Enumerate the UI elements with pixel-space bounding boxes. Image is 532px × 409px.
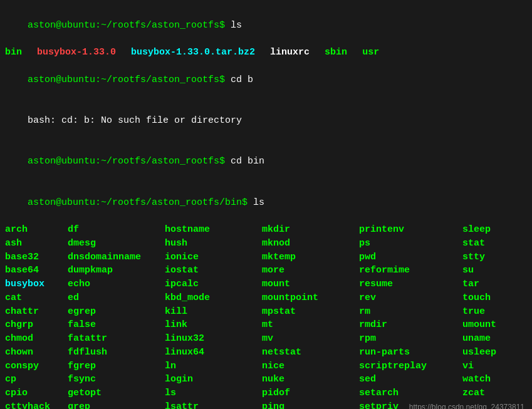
ls-item: chgrp <box>5 318 68 332</box>
ls-item: grep <box>68 400 165 409</box>
ls-item: fdflush <box>68 346 165 360</box>
ls-item: hush <box>165 237 262 251</box>
cmd-3: cd bin <box>225 156 264 167</box>
ls-item: getopt <box>68 386 165 400</box>
ls-top-sbin: sbin <box>325 46 347 60</box>
ls-item: resume <box>359 277 462 291</box>
ls-item-busybox: busybox <box>5 277 68 291</box>
ls-item: base64 <box>5 264 68 277</box>
ls-item: chown <box>5 346 68 360</box>
ls-item: linux64 <box>165 346 262 360</box>
ls-item: uname <box>462 332 525 346</box>
ls-item: mountpoint <box>262 291 359 305</box>
ls-item: cttyhack <box>5 400 68 409</box>
ls-item: touch <box>462 291 525 305</box>
ls-item: link <box>165 318 262 332</box>
ls-item: ipcalc <box>165 277 262 291</box>
ls-top-busybox: busybox-1.33.0 <box>37 46 116 60</box>
prompt-2: aston@ubuntu:~/rootfs/aston_rootfs$ <box>28 75 225 85</box>
ls-item: rev <box>359 291 462 305</box>
ls-item: fgrep <box>68 360 165 373</box>
ls-item: tar <box>462 277 525 291</box>
ls-item: rpm <box>359 332 462 346</box>
prompt-3: aston@ubuntu:~/rootfs/aston_rootfs$ <box>28 156 225 167</box>
ls-item: mkdir <box>262 223 359 237</box>
ls-item: fsync <box>68 373 165 386</box>
ls-item: umount <box>462 318 525 332</box>
ls-item: vi <box>462 360 525 373</box>
ls-item: nuke <box>262 373 359 386</box>
ls-item: ln <box>165 360 262 373</box>
ls-item: printenv <box>359 223 462 237</box>
ls-item: kill <box>165 305 262 319</box>
ls-item: echo <box>68 277 165 291</box>
ls-item: arch <box>5 223 68 237</box>
ls-item: df <box>68 223 165 237</box>
prompt-line-3: aston@ubuntu:~/rootfs/aston_rootfs$ cd b… <box>5 142 527 182</box>
ls-item: ls <box>165 386 262 400</box>
ls-item: run-parts <box>359 346 462 360</box>
ls-item: rm <box>359 305 462 319</box>
ls-item: base32 <box>5 251 68 264</box>
ls-item: cat <box>5 291 68 305</box>
ls-item: mknod <box>262 237 359 251</box>
ls-item: more <box>262 264 359 277</box>
ls-item: setarch <box>359 386 462 400</box>
ls-top-busybox-tar: busybox-1.33.0.tar.bz2 <box>131 46 255 60</box>
ls-item: mpstat <box>262 305 359 319</box>
ls-item: hostname <box>165 223 262 237</box>
ls-item: reformime <box>359 264 462 277</box>
ls-item: mv <box>262 332 359 346</box>
ls-item: mktemp <box>262 251 359 264</box>
error-text: bash: cd: b: No such file or directory <box>28 115 242 126</box>
ls-item: ps <box>359 237 462 251</box>
ls-item: mt <box>262 318 359 332</box>
ls-item: sed <box>359 373 462 386</box>
ls-item: conspy <box>5 360 68 373</box>
prompt-line-4: aston@ubuntu:~/rootfs/aston_rootfs/bin$ … <box>5 182 527 223</box>
ls-item: su <box>462 264 525 277</box>
ls-item: stat <box>462 237 525 251</box>
prompt-1: aston@ubuntu:~/rootfs/aston_rootfs$ <box>28 20 225 31</box>
ls-item: scriptreplay <box>359 360 462 373</box>
ls-item: pidof <box>262 386 359 400</box>
ls-item: chmod <box>5 332 68 346</box>
ls-item: dnsdomainname <box>68 251 165 264</box>
ls-top-usr: usr <box>362 46 379 60</box>
ls-item: login <box>165 373 262 386</box>
ls-item: true <box>462 305 525 319</box>
ls-item: sleep <box>462 223 525 237</box>
cmd-4: ls <box>248 197 264 208</box>
terminal: aston@ubuntu:~/rootfs/aston_rootfs$ ls b… <box>5 5 527 409</box>
ls-item: usleep <box>462 346 525 360</box>
ls-item: iostat <box>165 264 262 277</box>
ls-item: pwd <box>359 251 462 264</box>
ls-top-linuxrc: linuxrc <box>270 46 310 60</box>
watermark: https://blog.csdn.net/qq_24373811 <box>409 403 524 409</box>
ls-item-mount: mount <box>262 277 359 291</box>
ls-item: stty <box>462 251 525 264</box>
cmd-1: ls <box>225 20 242 31</box>
ls-item: egrep <box>68 305 165 319</box>
ls-top-bin: bin <box>5 46 22 60</box>
prompt-4: aston@ubuntu:~/rootfs/aston_rootfs/bin$ <box>28 197 248 208</box>
ls-item: ionice <box>165 251 262 264</box>
ls-item: zcat <box>462 386 525 400</box>
ls-top-output: bin busybox-1.33.0 busybox-1.33.0.tar.bz… <box>5 46 527 60</box>
ls-item: ash <box>5 237 68 251</box>
ls-item: fatattr <box>68 332 165 346</box>
ls-item: ed <box>68 291 165 305</box>
ls-item: rmdir <box>359 318 462 332</box>
ls-item: chattr <box>5 305 68 319</box>
ls-item: kbd_mode <box>165 291 262 305</box>
ls-item: false <box>68 318 165 332</box>
ls-item: nice <box>262 360 359 373</box>
ls-item: dumpkmap <box>68 264 165 277</box>
ls-item: lsattr <box>165 400 262 409</box>
ls-grid-output: arch df hostname mkdir printenv sleep as… <box>5 223 527 409</box>
ls-item: ping <box>262 400 359 409</box>
prompt-line-2: aston@ubuntu:~/rootfs/aston_rootfs$ cd b <box>5 60 527 100</box>
ls-item: watch <box>462 373 525 386</box>
ls-item: linux32 <box>165 332 262 346</box>
prompt-line-1: aston@ubuntu:~/rootfs/aston_rootfs$ ls <box>5 5 527 46</box>
